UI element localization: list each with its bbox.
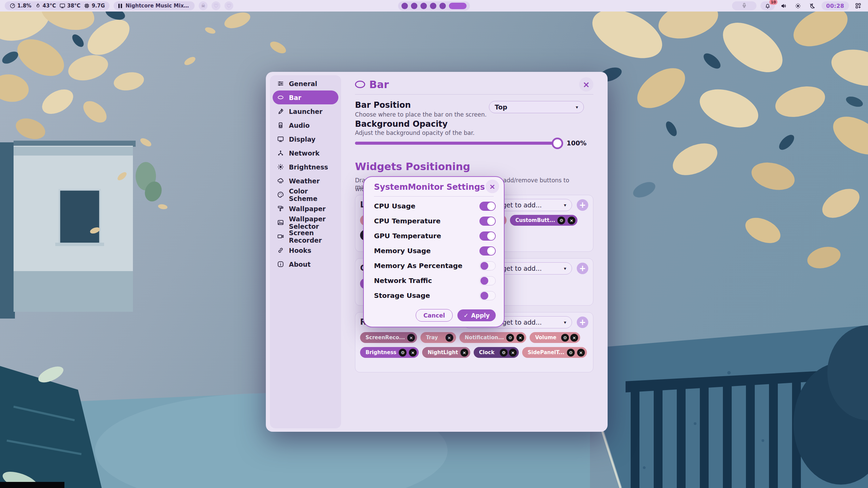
workspace-indicator[interactable] (398, 1, 470, 11)
sidebar-item-bar[interactable]: Bar (273, 90, 338, 104)
sidebar-item-general[interactable]: General (273, 77, 338, 90)
workspace-dot[interactable] (401, 3, 408, 9)
cancel-button[interactable]: Cancel (416, 309, 453, 322)
link-icon (277, 247, 284, 254)
widget-remove-button[interactable]: × (577, 349, 585, 357)
page-title: Bar (369, 79, 389, 90)
widget-settings-button[interactable]: ⚙ (500, 349, 508, 357)
widget-settings-button[interactable]: ⚙ (506, 334, 514, 342)
workspace-dot[interactable] (420, 3, 427, 9)
night-light-button[interactable] (807, 1, 817, 10)
sidebar-item-color-scheme[interactable]: Color Scheme (273, 188, 338, 202)
widget-settings-button[interactable]: ⚙ (557, 217, 565, 224)
opacity-slider[interactable] (355, 142, 561, 145)
widget-remove-button[interactable]: × (516, 334, 524, 342)
heart-button-2[interactable]: ♡ (224, 1, 233, 10)
apply-button[interactable]: ✓ Apply (457, 309, 496, 321)
skull-button[interactable]: ☠ (199, 1, 208, 10)
chevron-down-icon: ▾ (564, 202, 566, 208)
bar-position-dropdown[interactable]: Top ▾ (489, 101, 584, 113)
close-icon: × (572, 335, 576, 340)
widget-chip[interactable]: NightLight × (422, 347, 470, 358)
sidebar-item-network[interactable]: Network (273, 146, 338, 160)
gear-icon: ⚙ (563, 335, 567, 340)
background-opacity-slider-row: 100% (355, 137, 593, 149)
widget-remove-button[interactable]: × (409, 349, 417, 357)
sidebar-item-wallpaper-selector[interactable]: Wallpaper Selector (273, 216, 338, 229)
widget-remove-button[interactable]: × (570, 334, 578, 342)
workspace-dot[interactable] (411, 3, 417, 9)
heart-button-1[interactable]: ♡ (212, 1, 220, 10)
brightness-button[interactable] (793, 1, 803, 10)
notifications-button[interactable]: 10 (761, 1, 775, 10)
opacity-slider-knob[interactable] (552, 138, 563, 149)
widget-chip[interactable]: SidePanelT... ⚙ × (522, 347, 587, 358)
sidebar-item-label: Launcher (289, 108, 322, 115)
widget-remove-button[interactable]: × (509, 349, 517, 357)
sidebar-item-wallpaper[interactable]: Wallpaper (273, 202, 338, 216)
widget-chip[interactable]: Notification... ⚙ × (459, 332, 527, 343)
media-player-module[interactable]: Nightcore Music Mix 20... (114, 1, 195, 10)
toggle-label: CPU Usage (374, 202, 415, 210)
sidebar-item-label: Display (289, 136, 315, 143)
system-stats-module[interactable]: 1.8% 43°C 38°C 9.7G (5, 1, 110, 10)
workspace-dot[interactable] (430, 3, 436, 9)
widget-chip[interactable]: Brightness ⚙ × (360, 347, 419, 358)
modal-close-button[interactable]: × (486, 180, 499, 193)
sidebar-item-brightness[interactable]: Brightness (273, 160, 338, 174)
sidebar-item-screen-recorder[interactable]: Screen Recorder (273, 229, 338, 243)
add-widget-button[interactable]: + (577, 317, 588, 328)
widget-chip-label: Volume (535, 334, 556, 341)
widget-chip[interactable]: ScreenReco... × (360, 332, 417, 343)
widget-chip[interactable]: Clock ⚙ × (474, 347, 519, 358)
cpu-temperature-toggle[interactable] (479, 217, 496, 226)
memory-usage-toggle[interactable] (479, 246, 496, 256)
modal-toggle-list: CPU Usage CPU Temperature GPU Temperatur… (374, 199, 496, 303)
cancel-button-label: Cancel (423, 312, 445, 319)
memory-as-percentage-toggle[interactable] (479, 261, 496, 270)
widget-chip[interactable]: Volume ⚙ × (530, 332, 580, 343)
widget-remove-button[interactable]: × (446, 334, 453, 342)
gear-icon: ⚙ (569, 350, 573, 355)
toggle-row-cpu-usage: CPU Usage (374, 199, 496, 214)
toggle-row-network-traffic: Network Traffic (374, 273, 496, 288)
sidebar-item-audio[interactable]: Audio (273, 118, 338, 132)
workspace-dot[interactable] (439, 3, 446, 9)
close-icon: × (462, 350, 466, 355)
window-close-button[interactable]: × (579, 77, 593, 92)
system-tray-module[interactable] (732, 1, 756, 10)
network-traffic-toggle[interactable] (479, 276, 496, 285)
add-widget-button[interactable]: + (577, 199, 588, 211)
gear-icon: ⚙ (502, 350, 506, 355)
memory-stat: 9.7G (84, 3, 105, 9)
image-icon (277, 219, 284, 226)
widget-chip[interactable]: Tray × (420, 332, 456, 343)
widget-remove-button[interactable]: × (460, 349, 468, 357)
monitor-icon (277, 136, 284, 143)
widget-remove-button[interactable]: × (407, 334, 415, 342)
sidebar-item-about[interactable]: About (273, 257, 338, 271)
widget-chip[interactable]: CustomButt... ⚙ × (510, 215, 577, 226)
sidebar-item-hooks[interactable]: Hooks (273, 243, 338, 257)
paint-roller-icon (277, 205, 284, 212)
add-widget-button[interactable]: + (577, 263, 588, 274)
clock-module[interactable]: 00:28 (822, 1, 849, 10)
toggle-label: Network Traffic (374, 277, 432, 285)
widget-remove-button[interactable]: × (568, 217, 575, 224)
widget-settings-button[interactable]: ⚙ (399, 349, 407, 357)
storage-usage-toggle[interactable] (479, 291, 496, 300)
sidebar-item-weather[interactable]: Weather (273, 174, 338, 188)
sidebar-item-launcher[interactable]: Launcher (273, 104, 338, 118)
overview-button[interactable] (853, 1, 863, 10)
toggle-row-cpu-temperature: CPU Temperature (374, 214, 496, 228)
network-icon (277, 149, 284, 157)
cpu-usage-toggle[interactable] (479, 202, 496, 211)
volume-button[interactable] (779, 1, 789, 10)
gpu-temperature-toggle[interactable] (479, 231, 496, 241)
widget-settings-button[interactable]: ⚙ (561, 334, 569, 342)
sidebar-item-display[interactable]: Display (273, 132, 338, 146)
workspace-active-pill[interactable] (449, 3, 467, 9)
plus-icon: + (579, 318, 586, 327)
toggle-label: Memory Usage (374, 247, 431, 255)
widget-settings-button[interactable]: ⚙ (567, 349, 575, 357)
